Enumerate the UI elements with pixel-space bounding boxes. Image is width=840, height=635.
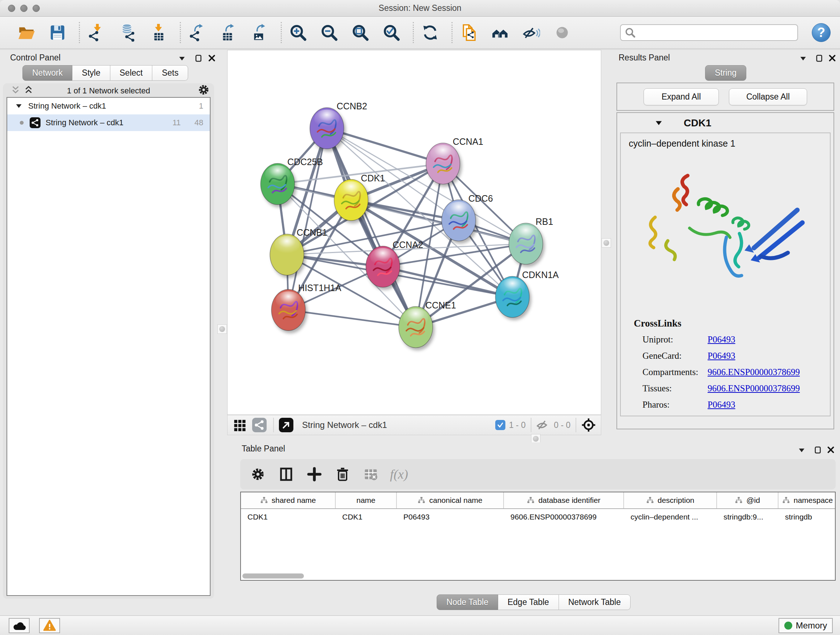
collapse-entry-triangle-icon[interactable] xyxy=(655,119,663,127)
cell-canonical-name[interactable]: P06493 xyxy=(397,509,504,525)
add-column-button[interactable] xyxy=(305,465,324,483)
network-tree-root-row[interactable]: String Network – cdk1 1 xyxy=(7,98,210,114)
tab-style[interactable]: Style xyxy=(73,65,110,81)
tab-node-table[interactable]: Node Table xyxy=(437,594,498,610)
birds-eye-crosshair-icon[interactable] xyxy=(581,418,596,432)
delete-column-trash-button[interactable] xyxy=(333,465,352,483)
import-table-from-file-button[interactable] xyxy=(149,22,168,43)
float-panel-icon[interactable] xyxy=(798,447,805,454)
cell-description[interactable]: cyclin–dependent ... xyxy=(624,509,717,525)
delete-table-button[interactable] xyxy=(362,465,380,483)
tab-network[interactable]: Network xyxy=(22,65,73,81)
help-button[interactable]: ? xyxy=(812,23,831,42)
cell-shared-name[interactable]: CDK1 xyxy=(241,509,336,525)
crosslink-link[interactable]: P06493 xyxy=(707,400,735,410)
import-network-from-database-button[interactable] xyxy=(118,22,137,43)
crosslink-link[interactable]: 9606.ENSP00000378699 xyxy=(707,367,800,377)
network-node-ccnb1[interactable]: CCNB1 xyxy=(270,227,327,275)
left-splitter[interactable] xyxy=(217,50,227,616)
cell-name[interactable]: CDK1 xyxy=(336,509,397,525)
zoom-fit-button[interactable] xyxy=(351,22,370,43)
collapse-all-button[interactable]: Collapse All xyxy=(729,88,807,105)
import-network-from-file-button[interactable] xyxy=(87,22,106,43)
right-splitter[interactable] xyxy=(601,50,611,437)
export-image-button[interactable] xyxy=(249,22,269,43)
new-network-from-selection-button[interactable] xyxy=(459,22,478,43)
eye-slash-icon xyxy=(522,24,540,42)
network-edge[interactable] xyxy=(288,310,416,327)
memory-button[interactable]: Memory xyxy=(778,618,833,633)
export-network-button[interactable] xyxy=(187,22,207,43)
float-panel-icon[interactable] xyxy=(178,55,186,62)
apply-layout-button[interactable] xyxy=(420,22,440,43)
minimize-panel-icon[interactable] xyxy=(814,446,822,454)
cell-database-identifier[interactable]: 9606.ENSP00000378699 xyxy=(504,509,624,525)
cloud-status-button[interactable] xyxy=(9,618,30,633)
column-header[interactable]: description xyxy=(624,492,717,508)
network-tree-child-row[interactable]: String Network – cdk1 11 48 xyxy=(7,114,210,131)
cell-id[interactable]: stringdb:9... xyxy=(717,509,778,525)
disclosure-triangle-icon[interactable] xyxy=(15,103,22,110)
search-input[interactable] xyxy=(638,28,793,37)
network-node-hist1h1a[interactable]: HIST1H1A xyxy=(271,283,341,331)
tab-edge-table[interactable]: Edge Table xyxy=(498,594,559,610)
right-splitter-handle[interactable] xyxy=(602,238,611,248)
column-header[interactable]: database identifier xyxy=(504,492,624,508)
node-gloss-highlight xyxy=(513,225,538,244)
export-table-button[interactable] xyxy=(218,22,238,43)
network-edge[interactable] xyxy=(383,267,512,297)
column-header[interactable]: namespace xyxy=(778,492,836,508)
column-header[interactable]: shared name xyxy=(241,492,336,508)
column-header[interactable]: canonical name xyxy=(397,492,504,508)
tab-network-table[interactable]: Network Table xyxy=(559,594,630,610)
float-panel-icon[interactable] xyxy=(799,55,807,62)
network-node-rb1[interactable]: RB1 xyxy=(509,217,553,264)
left-splitter-handle[interactable] xyxy=(218,325,227,334)
show-all-button[interactable] xyxy=(553,22,572,43)
warnings-button[interactable] xyxy=(39,618,60,633)
column-header[interactable]: name xyxy=(336,492,397,508)
network-node-ccnb2[interactable]: CCNB2 xyxy=(310,101,367,149)
selected-nodes-checkbox[interactable] xyxy=(495,420,505,430)
network-graph[interactable]: CCNB2CCNA1CDC25BCDK1CDC6RB1CCNB1CCNA2CDK… xyxy=(227,50,601,415)
close-panel-icon[interactable] xyxy=(829,54,836,62)
network-edge[interactable] xyxy=(327,128,416,327)
toolbar-divider xyxy=(281,22,282,43)
network-node-cdk1[interactable]: CDK1 xyxy=(334,173,385,221)
table-options-gear-button[interactable] xyxy=(249,465,267,483)
table-row[interactable]: CDK1 CDK1 P06493 9606.ENSP00000378699 cy… xyxy=(241,509,835,525)
network-node-cdc25b[interactable]: CDC25B xyxy=(261,157,323,204)
network-edge[interactable] xyxy=(327,128,443,164)
show-grid-button[interactable] xyxy=(233,418,247,432)
zoom-in-button[interactable] xyxy=(288,22,308,43)
cell-namespace[interactable]: stringdb xyxy=(778,509,836,525)
zoom-selected-button[interactable] xyxy=(382,22,401,43)
zoom-out-button[interactable] xyxy=(319,22,339,43)
network-node-cdkn1a[interactable]: CDKN1A xyxy=(495,270,559,318)
first-neighbors-button[interactable] xyxy=(490,22,510,43)
close-panel-icon[interactable] xyxy=(827,446,835,454)
detach-view-button[interactable] xyxy=(279,418,294,432)
network-node-ccna1[interactable]: CCNA1 xyxy=(426,136,483,184)
save-session-button[interactable] xyxy=(48,22,67,43)
horizontal-scrollbar-thumb[interactable] xyxy=(242,573,304,578)
function-builder-button[interactable]: f(x) xyxy=(390,467,408,482)
tab-select[interactable]: Select xyxy=(111,65,153,81)
hide-selected-button[interactable] xyxy=(521,22,541,43)
warning-icon xyxy=(43,619,56,632)
expand-all-button[interactable]: Expand All xyxy=(644,88,719,105)
open-session-button[interactable] xyxy=(17,22,36,43)
network-overview-button[interactable] xyxy=(252,418,267,432)
show-columns-button[interactable] xyxy=(277,465,295,483)
crosslink-link[interactable]: P06493 xyxy=(707,351,735,361)
crosslink-link[interactable]: P06493 xyxy=(707,334,735,345)
tab-sets[interactable]: Sets xyxy=(152,65,188,81)
close-panel-icon[interactable] xyxy=(208,54,216,62)
tab-string[interactable]: String xyxy=(705,65,746,81)
crosslink-link[interactable]: 9606.ENSP00000378699 xyxy=(707,383,800,394)
column-header[interactable]: @id xyxy=(717,492,778,508)
network-view-canvas[interactable]: CCNB2CCNA1CDC25BCDK1CDC6RB1CCNB1CCNA2CDK… xyxy=(227,50,601,415)
minimize-panel-icon[interactable] xyxy=(195,54,202,62)
network-options-gear-icon[interactable] xyxy=(198,84,209,95)
minimize-panel-icon[interactable] xyxy=(815,54,823,62)
